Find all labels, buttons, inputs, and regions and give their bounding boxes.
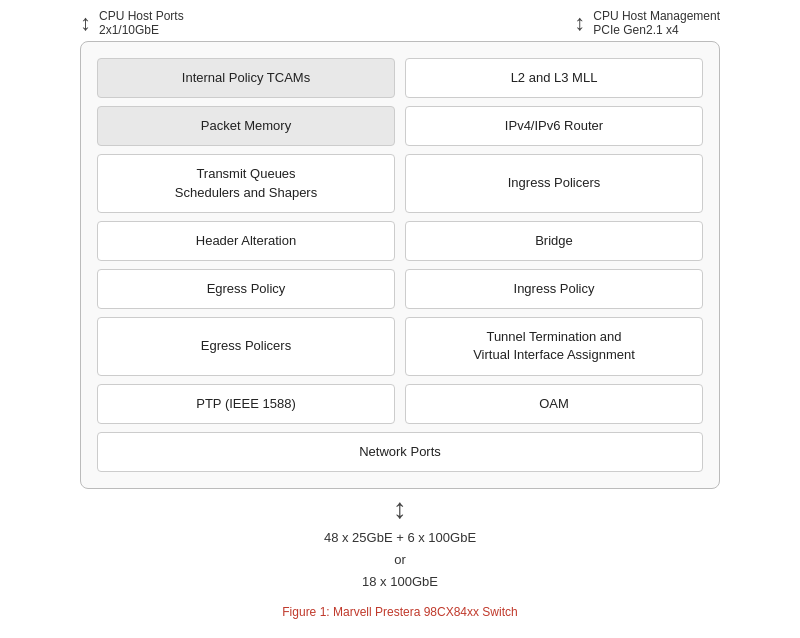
row-2: Packet Memory IPv4/IPv6 Router [97,106,703,146]
cpu-mgmt-arrow: ↕ [574,12,585,34]
cell-ingress-policy: Ingress Policy [405,269,703,309]
cell-internal-policy-tcams: Internal Policy TCAMs [97,58,395,98]
row-7: PTP (IEEE 1588) OAM [97,384,703,424]
bottom-line1: 48 x 25GbE + 6 x 100GbE [324,527,476,549]
bottom-section: ↕ 48 x 25GbE + 6 x 100GbE or 18 x 100GbE… [282,495,517,619]
bottom-line2: or [324,549,476,571]
cpu-mgmt-title: CPU Host Management [593,9,720,23]
chip-box: Internal Policy TCAMs L2 and L3 MLL Pack… [80,41,720,489]
figure-caption: Figure 1: Marvell Prestera 98CX84xx Swit… [282,605,517,619]
network-ports-arrow: ↕ [393,495,407,523]
row-4: Header Alteration Bridge [97,221,703,261]
row-1: Internal Policy TCAMs L2 and L3 MLL [97,58,703,98]
cpu-host-ports-subtitle: 2x1/10GbE [99,23,184,37]
cell-header-alteration: Header Alteration [97,221,395,261]
cell-tunnel-termination: Tunnel Termination and Virtual Interface… [405,317,703,375]
diagram-container: ↕ CPU Host Ports 2x1/10GbE ↕ CPU Host Ma… [20,9,780,629]
row-3: Transmit Queues Schedulers and Shapers I… [97,154,703,212]
cell-ipv4-ipv6-router: IPv4/IPv6 Router [405,106,703,146]
bottom-line3: 18 x 100GbE [324,571,476,593]
cpu-mgmt-subtitle: PCIe Gen2.1 x4 [593,23,720,37]
cell-l2-l3-mll: L2 and L3 MLL [405,58,703,98]
cell-oam: OAM [405,384,703,424]
cell-transmit-queues: Transmit Queues Schedulers and Shapers [97,154,395,212]
cell-packet-memory: Packet Memory [97,106,395,146]
bottom-labels: 48 x 25GbE + 6 x 100GbE or 18 x 100GbE [324,527,476,593]
row-8: Network Ports [97,432,703,472]
cpu-host-ports-arrow: ↕ [80,12,91,34]
cell-network-ports: Network Ports [97,432,703,472]
cell-egress-policers: Egress Policers [97,317,395,375]
cpu-host-ports-title: CPU Host Ports [99,9,184,23]
top-right-label: ↕ CPU Host Management PCIe Gen2.1 x4 [574,9,720,37]
row-6: Egress Policers Tunnel Termination and V… [97,317,703,375]
cell-egress-policy: Egress Policy [97,269,395,309]
cell-ptp: PTP (IEEE 1588) [97,384,395,424]
top-labels: ↕ CPU Host Ports 2x1/10GbE ↕ CPU Host Ma… [80,9,720,37]
top-left-label: ↕ CPU Host Ports 2x1/10GbE [80,9,184,37]
row-5: Egress Policy Ingress Policy [97,269,703,309]
cell-bridge: Bridge [405,221,703,261]
cell-ingress-policers: Ingress Policers [405,154,703,212]
